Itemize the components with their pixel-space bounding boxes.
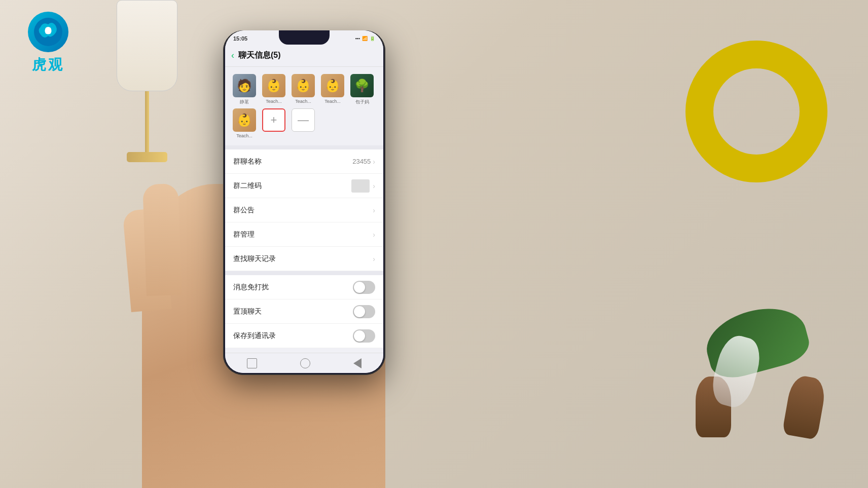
member-label: 包子妈 bbox=[355, 99, 369, 105]
header-title: 聊天信息(5) bbox=[238, 50, 281, 61]
members-section: 🧑 静茗 👶 Teach... 👶 Teac bbox=[225, 67, 383, 145]
pin-chat-row[interactable]: 置顶聊天 bbox=[225, 299, 383, 324]
donut-decoration bbox=[685, 41, 827, 182]
chat-history-label: 查找聊天记录 bbox=[233, 254, 373, 264]
remove-member-button[interactable]: — bbox=[292, 108, 315, 132]
logo-text: 虎观 bbox=[32, 55, 64, 74]
arrow-icon: › bbox=[373, 158, 375, 166]
wifi-icon: 📶 bbox=[362, 36, 368, 41]
row-separator bbox=[225, 271, 383, 275]
arrow-icon: › bbox=[373, 231, 375, 239]
dnd-label: 消息免打扰 bbox=[233, 283, 353, 292]
arrow-icon: › bbox=[373, 182, 375, 190]
add-member-item[interactable]: + bbox=[261, 108, 287, 138]
remove-member-item[interactable]: — bbox=[290, 108, 316, 138]
phone-notch bbox=[279, 30, 330, 45]
settings-section: 群聊名称 23455 › 群二维码 › 群公告 › 群管理 › bbox=[225, 149, 383, 348]
signal-icon: ▪▪▪ bbox=[355, 36, 360, 41]
group-name-label: 群聊名称 bbox=[233, 157, 352, 166]
member-item[interactable]: 👶 Teach... bbox=[319, 74, 346, 105]
minus-icon: — bbox=[298, 114, 309, 127]
save-contacts-toggle[interactable] bbox=[353, 329, 375, 343]
add-member-button[interactable]: + bbox=[262, 108, 285, 132]
management-row[interactable]: 群管理 › bbox=[225, 222, 383, 247]
phone-wrapper: 15:05 ▪▪▪ 📶 🔋 ‹ 聊天信息(5) 🧑 bbox=[223, 30, 385, 375]
member-label: 静茗 bbox=[240, 99, 249, 105]
management-label: 群管理 bbox=[233, 230, 373, 239]
toggle-dot bbox=[354, 282, 365, 293]
divider-1 bbox=[225, 145, 383, 149]
save-contacts-label: 保存到通讯录 bbox=[233, 331, 353, 341]
plus-icon: + bbox=[271, 114, 277, 127]
group-name-row[interactable]: 群聊名称 23455 › bbox=[225, 149, 383, 174]
toggle-dot bbox=[354, 306, 365, 317]
back-button[interactable]: ‹ bbox=[231, 50, 234, 61]
members-grid: 🧑 静茗 👶 Teach... 👶 Teac bbox=[231, 74, 377, 138]
dnd-toggle[interactable] bbox=[353, 281, 375, 294]
member-avatar: 🧑 bbox=[233, 74, 256, 97]
pine-decoration bbox=[685, 311, 838, 437]
announcement-label: 群公告 bbox=[233, 206, 373, 215]
qr-code-row[interactable]: 群二维码 › bbox=[225, 174, 383, 198]
member-avatar: 👶 bbox=[262, 74, 285, 97]
qr-code-label: 群二维码 bbox=[233, 181, 351, 191]
member-avatar: 👶 bbox=[292, 74, 315, 97]
arrow-icon: › bbox=[373, 206, 375, 214]
member-item[interactable]: 🧑 静茗 bbox=[231, 74, 258, 105]
member-label: Teach... bbox=[266, 99, 282, 104]
chat-history-row[interactable]: 查找聊天记录 › bbox=[225, 247, 383, 271]
battery-icon: 🔋 bbox=[370, 36, 375, 41]
member-item[interactable]: 👶 Teach... bbox=[290, 74, 316, 105]
member-avatar: 🌳 bbox=[350, 74, 374, 97]
member-item[interactable]: 🌳 包子妈 bbox=[349, 74, 375, 105]
nav-circle-icon[interactable] bbox=[300, 358, 310, 368]
member-label: Teach... bbox=[236, 133, 252, 138]
phone-screen: 15:05 ▪▪▪ 📶 🔋 ‹ 聊天信息(5) 🧑 bbox=[225, 30, 383, 373]
dnd-row[interactable]: 消息免打扰 bbox=[225, 275, 383, 299]
pin-chat-label: 置顶聊天 bbox=[233, 307, 353, 316]
member-item[interactable]: 👶 Teach... bbox=[231, 108, 258, 138]
member-label: Teach... bbox=[295, 99, 311, 104]
logo: 虎观 bbox=[15, 10, 81, 76]
member-avatar: 👶 bbox=[321, 74, 344, 97]
nav-triangle-icon[interactable] bbox=[353, 358, 361, 368]
announcement-row[interactable]: 群公告 › bbox=[225, 198, 383, 222]
app-header: ‹ 聊天信息(5) bbox=[225, 45, 383, 67]
bottom-nav bbox=[225, 353, 383, 373]
qr-preview bbox=[351, 179, 370, 193]
pin-chat-toggle[interactable] bbox=[353, 305, 375, 318]
member-label: Teach... bbox=[324, 99, 341, 104]
status-icons: ▪▪▪ 📶 🔋 bbox=[355, 36, 375, 41]
toggle-dot bbox=[354, 330, 365, 342]
group-name-value: 23455 bbox=[352, 158, 371, 165]
status-time: 15:05 bbox=[233, 35, 247, 42]
arrow-icon: › bbox=[373, 255, 375, 263]
member-item[interactable]: 👶 Teach... bbox=[261, 74, 287, 105]
save-contacts-row[interactable]: 保存到通讯录 bbox=[225, 324, 383, 348]
phone: 15:05 ▪▪▪ 📶 🔋 ‹ 聊天信息(5) 🧑 bbox=[223, 30, 385, 375]
member-avatar: 👶 bbox=[233, 108, 256, 132]
nav-square-icon[interactable] bbox=[247, 358, 257, 368]
